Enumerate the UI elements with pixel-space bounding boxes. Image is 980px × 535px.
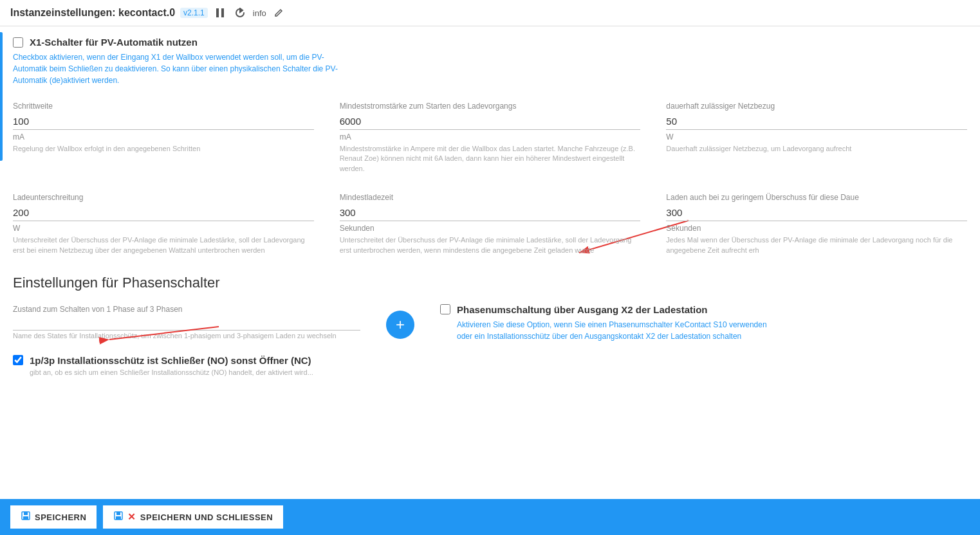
field-ladeunterschreitung-desc: Unterschreitet der Überschuss der PV-Anl…: [13, 235, 314, 255]
installationsschutz-label[interactable]: 1p/3p Installationsschütz ist Schließer …: [30, 355, 311, 366]
edit-button[interactable]: [272, 7, 286, 19]
page-title: Instanzeinstellungen: kecontact.0: [10, 7, 175, 19]
fields-grid-row1: Schrittweite mA Regelung der Wallbox erf…: [13, 102, 967, 255]
phase-state-label: Zustand zum Schalten von 1 Phase auf 3 P…: [13, 305, 183, 314]
x1-checkbox-row: X1-Schalter für PV-Automatik nutzen: [13, 37, 967, 48]
field-netzbezug-input[interactable]: [666, 113, 967, 130]
field-laden-uberschuss-desc: Jedes Mal wenn der Überschuss der PV-Anl…: [666, 235, 967, 255]
field-mindestladezeit-input[interactable]: [340, 204, 641, 221]
installationsschutz-checkbox[interactable]: [13, 355, 23, 365]
fields-wrapper: Schrittweite mA Regelung der Wallbox erf…: [13, 102, 967, 255]
x1-checkbox-label[interactable]: X1-Schalter für PV-Automatik nutzen: [30, 37, 198, 48]
bottom-checkbox-section: 1p/3p Installationsschütz ist Schließer …: [13, 355, 967, 366]
field-netzbezug: dauerhaft zulässiger Netzbezug W Dauerha…: [666, 102, 967, 174]
x1-checkbox-section: X1-Schalter für PV-Automatik nutzen Chec…: [13, 37, 967, 86]
phase-checkbox-row: Phasenumschaltung über Ausgang X2 der La…: [440, 304, 967, 315]
info-link[interactable]: info: [253, 8, 266, 18]
field-netzbezug-desc: Dauerhaft zulässiger Netzbezug, um Ladev…: [666, 144, 967, 154]
field-ladeunterschreitung: Ladeunterschreitung W Unterschreitet der…: [13, 193, 314, 255]
field-laden-uberschuss-label: Laden auch bei zu geringem Überschuss fü…: [666, 193, 967, 202]
field-ladeunterschreitung-label: Ladeunterschreitung: [13, 193, 314, 202]
phase-x2-label[interactable]: Phasenumschaltung über Ausgang X2 der La…: [457, 304, 708, 315]
pause-button[interactable]: [213, 6, 227, 19]
field-mindest-strom-unit: mA: [340, 132, 641, 141]
x1-checkbox[interactable]: [13, 37, 23, 48]
field-mindestladezeit-label: Mindestladezeit: [340, 193, 641, 202]
field-mindest-strom-label: Mindeststromstärke zum Starten des Ladev…: [340, 102, 641, 111]
phase-state-input[interactable]: [13, 314, 360, 331]
field-mindest-strom-input[interactable]: [340, 113, 641, 130]
phase-state-field: Zustand zum Schalten von 1 Phase auf 3 P…: [13, 304, 360, 341]
svg-rect-0: [216, 8, 219, 17]
field-schrittweite: Schrittweite mA Regelung der Wallbox erf…: [13, 102, 314, 174]
field-laden-uberschuss-unit: Sekunden: [666, 224, 967, 233]
field-mindestladezeit-desc: Unterschreitet der Überschuss der PV-Anl…: [340, 235, 641, 255]
phase-checkbox-section: Phasenumschaltung über Ausgang X2 der La…: [440, 304, 967, 342]
add-phase-button[interactable]: +: [386, 311, 414, 339]
main-content: X1-Schalter für PV-Automatik nutzen Chec…: [0, 26, 980, 438]
reload-button[interactable]: [232, 6, 248, 19]
field-mindest-strom-desc: Mindeststromstärke in Ampere mit der die…: [340, 144, 641, 174]
field-ladeunterschreitung-input[interactable]: [13, 204, 314, 221]
svg-rect-1: [221, 8, 224, 17]
field-laden-uberschuss-input[interactable]: [666, 204, 967, 221]
field-netzbezug-label: dauerhaft zulässiger Netzbezug: [666, 102, 967, 111]
phase-section: Zustand zum Schalten von 1 Phase auf 3 P…: [13, 304, 967, 342]
add-icon: +: [396, 316, 405, 334]
x1-hint: Checkbox aktivieren, wenn der Eingang X1…: [13, 51, 347, 86]
field-schrittweite-input[interactable]: [13, 113, 314, 130]
field-schrittweite-unit: mA: [13, 132, 314, 141]
field-mindestladezeit-unit: Sekunden: [340, 224, 641, 233]
field-schrittweite-desc: Regelung der Wallbox erfolgt in den ange…: [13, 144, 314, 154]
field-laden-uberschuss: Laden auch bei zu geringem Überschuss fü…: [666, 193, 967, 255]
field-schrittweite-label: Schrittweite: [13, 102, 314, 111]
field-ladeunterschreitung-unit: W: [13, 224, 314, 233]
phase-state-desc: Name des States für Installationsschütz,…: [13, 332, 337, 340]
phase-x2-checkbox[interactable]: [440, 304, 450, 314]
left-accent-bar: [0, 32, 3, 161]
field-mindestladezeit: Mindestladezeit Sekunden Unterschreitet …: [340, 193, 641, 255]
phase-fields-row: Zustand zum Schalten von 1 Phase auf 3 P…: [13, 304, 967, 342]
version-badge: v2.1.1: [180, 8, 208, 18]
field-netzbezug-unit: W: [666, 132, 967, 141]
installationsschutz-hint: gibt an, ob es sich um einen Schließer I…: [30, 368, 967, 376]
header: Instanzeinstellungen: kecontact.0 v2.1.1…: [0, 0, 980, 26]
phase-x2-hint: Aktivieren Sie diese Option, wenn Sie ei…: [457, 319, 779, 342]
field-mindest-strom: Mindeststromstärke zum Starten des Ladev…: [340, 102, 641, 174]
svg-marker-2: [240, 8, 243, 12]
phase-section-title: Einstellungen für Phasenschalter: [13, 275, 967, 291]
